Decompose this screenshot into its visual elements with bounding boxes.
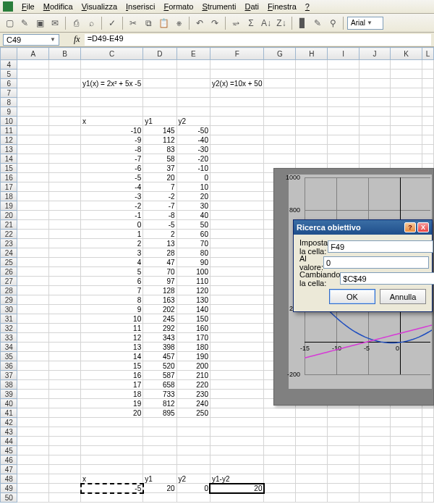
cell-D41[interactable]: 895 [143, 408, 176, 418]
cell-E30[interactable]: 140 [176, 305, 210, 314]
cell-C40[interactable]: 19 [81, 399, 143, 408]
cell-B23[interactable] [49, 239, 81, 248]
cell-E27[interactable]: 110 [176, 277, 210, 286]
cell-K12[interactable] [391, 135, 422, 145]
cell-C48[interactable]: x [81, 474, 143, 484]
redo-icon[interactable]: ↷ [208, 17, 221, 30]
cell-C13[interactable]: -8 [81, 145, 143, 154]
cell-D11[interactable]: 145 [143, 126, 176, 135]
cell-E42[interactable] [176, 418, 210, 427]
cell-C29[interactable]: 8 [81, 295, 143, 305]
cell-E33[interactable]: 170 [176, 333, 210, 343]
cell-A15[interactable] [17, 164, 49, 173]
row-header-29[interactable]: 29 [1, 295, 17, 305]
cell-E9[interactable] [176, 107, 210, 117]
row-header-28[interactable]: 28 [1, 286, 17, 295]
cell-B10[interactable] [49, 117, 81, 126]
cell-A12[interactable] [17, 135, 49, 145]
cell-G13[interactable] [264, 145, 296, 154]
cell-F33[interactable] [210, 333, 263, 343]
cell-B28[interactable] [49, 286, 81, 295]
cell-D15[interactable]: 37 [143, 164, 176, 173]
cell-L14[interactable] [422, 154, 434, 164]
cell-H12[interactable] [296, 135, 328, 145]
cell-D18[interactable]: -2 [143, 192, 176, 201]
paste-icon[interactable]: 📋 [157, 17, 170, 30]
cell-A28[interactable] [17, 286, 49, 295]
row-header-34[interactable]: 34 [1, 343, 17, 352]
row-header-13[interactable]: 13 [1, 145, 17, 154]
cell-E15[interactable]: -10 [176, 164, 210, 173]
row-header-4[interactable]: 4 [1, 60, 17, 70]
row-header-26[interactable]: 26 [1, 267, 17, 277]
cell-G6[interactable] [264, 79, 296, 88]
font-name-combo[interactable]: Arial▼ [347, 17, 383, 30]
row-header-21[interactable]: 21 [1, 220, 17, 230]
cell-A34[interactable] [17, 343, 49, 352]
cell-A7[interactable] [17, 88, 49, 98]
cell-C46[interactable] [81, 455, 143, 465]
col-header-C[interactable]: C [81, 48, 143, 60]
cell-F15[interactable] [210, 164, 263, 173]
cell-H46[interactable] [296, 455, 328, 465]
cell-D17[interactable]: 7 [143, 182, 176, 192]
cell-B13[interactable] [49, 145, 81, 154]
cell-L43[interactable] [422, 427, 434, 437]
cell-D28[interactable]: 128 [143, 286, 176, 295]
cell-I13[interactable] [328, 145, 359, 154]
cell-E8[interactable] [176, 98, 210, 107]
cell-D44[interactable] [143, 437, 176, 446]
cell-G8[interactable] [264, 98, 296, 107]
cell-H43[interactable] [296, 427, 328, 437]
cell-D22[interactable]: 2 [143, 230, 176, 239]
cell-E24[interactable]: 80 [176, 248, 210, 258]
row-header-12[interactable]: 12 [1, 135, 17, 145]
row-header-46[interactable]: 46 [1, 455, 17, 465]
cell-H8[interactable] [296, 98, 328, 107]
cell-J13[interactable] [359, 145, 391, 154]
cell-G7[interactable] [264, 88, 296, 98]
format-painter-icon[interactable]: ⎈ [172, 17, 185, 30]
cell-D38[interactable]: 658 [143, 380, 176, 390]
cell-B15[interactable] [49, 164, 81, 173]
row-header-19[interactable]: 19 [1, 201, 17, 211]
cell-F35[interactable] [210, 352, 263, 361]
cell-C37[interactable]: 16 [81, 371, 143, 380]
cell-G10[interactable] [264, 117, 296, 126]
cell-C4[interactable] [81, 60, 143, 70]
cell-D6[interactable] [143, 79, 176, 88]
cell-J44[interactable] [359, 437, 391, 446]
cell-D45[interactable] [143, 446, 176, 455]
cell-D8[interactable] [143, 98, 176, 107]
cell-F28[interactable] [210, 286, 263, 295]
cell-D42[interactable] [143, 418, 176, 427]
cell-F46[interactable] [210, 455, 263, 465]
cell-A41[interactable] [17, 408, 49, 418]
cell-K45[interactable] [391, 446, 422, 455]
sort-asc-icon[interactable]: A↓ [260, 17, 273, 30]
ok-button[interactable]: OK [329, 289, 375, 304]
cell-L6[interactable] [422, 79, 434, 88]
cell-D20[interactable]: -8 [143, 211, 176, 220]
cell-E32[interactable]: 160 [176, 324, 210, 333]
cell-C41[interactable]: 20 [81, 408, 143, 418]
cell-F29[interactable] [210, 295, 263, 305]
menu-strumenti[interactable]: Strumenti [197, 1, 240, 12]
cell-B31[interactable] [49, 314, 81, 324]
cell-F17[interactable] [210, 182, 263, 192]
cell-B4[interactable] [49, 60, 81, 70]
cell-E6[interactable] [176, 79, 210, 88]
drawing-icon[interactable]: ✎ [311, 17, 324, 30]
row-header-11[interactable]: 11 [1, 126, 17, 135]
cell-F47[interactable] [210, 465, 263, 474]
cell-F19[interactable] [210, 201, 263, 211]
cell-B50[interactable] [49, 493, 81, 503]
cell-G41[interactable] [264, 408, 296, 418]
cell-K6[interactable] [391, 79, 422, 88]
cell-C14[interactable]: -7 [81, 154, 143, 164]
cell-E46[interactable] [176, 455, 210, 465]
row-header-38[interactable]: 38 [1, 380, 17, 390]
cell-H41[interactable] [296, 408, 328, 418]
cell-J48[interactable] [359, 474, 391, 484]
formula-input[interactable]: =D49-E49 [85, 34, 431, 46]
